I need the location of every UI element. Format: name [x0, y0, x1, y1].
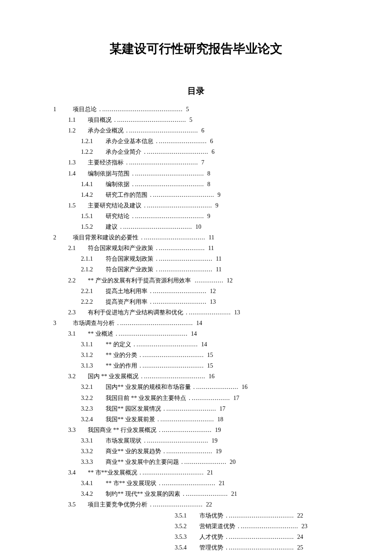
toc-entry-title: 项目背景和建设的必要性	[73, 234, 138, 241]
toc-leader-dots: ...............	[195, 277, 224, 284]
toc-entry-page: 9	[206, 213, 210, 219]
toc-leader-dots: ....................	[192, 395, 230, 401]
toc-leader-dots: ..........................	[153, 501, 203, 508]
toc-entry: 2项目背景和建设的必要性. ..........................…	[53, 233, 358, 242]
toc-entry: 3.5.4管理优势. .............................…	[175, 543, 358, 552]
toc-leader-dots: ................................	[144, 373, 205, 380]
toc-entry-number: 3.1.3	[81, 361, 101, 371]
toc-entry-title: 研究工作的范围	[106, 192, 147, 198]
toc-leader-dots: ..........................	[162, 427, 212, 433]
toc-entry-number: 3.2.3	[81, 404, 101, 414]
toc-entry-number: 3.4	[68, 468, 84, 477]
toc-entry: 1.1项目概况. ...............................…	[68, 115, 358, 125]
toc-entry-page: 15	[206, 352, 213, 358]
toc-leader-dots: ..................................	[229, 544, 294, 551]
toc-entry: 2.1.2符合国家产业政策. .........................…	[81, 265, 358, 274]
toc-leader-dots: ....................................	[123, 224, 192, 230]
toc-leader-dots: ....................................	[129, 127, 198, 134]
toc-entry-number: 3.5.1	[175, 511, 195, 520]
toc-entry-number: 3.2.2	[81, 393, 101, 403]
toc-entry-number: 3.3.1	[81, 436, 101, 446]
toc-entry: 3.2.2我国目前 ** 业发展的主要特点. .................…	[81, 393, 358, 403]
toc-entry-title: 我国商业 ** 行业发展概况	[88, 427, 156, 433]
toc-entry-title: 人才优势	[199, 534, 223, 540]
toc-leader-dots: ......................	[184, 459, 227, 465]
toc-entry: 3.3我国商业 ** 行业发展概况. .....................…	[68, 425, 358, 435]
toc-leader-dots: .........................	[159, 138, 207, 144]
toc-entry-page: 9	[216, 192, 221, 198]
toc-entry-title: ** 业的作用	[106, 362, 137, 369]
toc-entry: 3.3.2商业** 业的发展趋势. ......................…	[81, 446, 358, 456]
toc-entry-title: 编制依据	[106, 181, 130, 187]
toc-entry-title: 主要研究结论及建议	[88, 202, 141, 209]
toc-entry-page: 22	[296, 512, 303, 519]
toc-entry-number: 2.1.1	[81, 254, 101, 264]
toc-entry-number: 3.3.2	[81, 446, 101, 456]
toc-entry: 3.4.1** 市** 业发展现状. .....................…	[81, 478, 358, 488]
toc-entry-page: 6	[200, 127, 205, 134]
toc-entry-title: ** 业概述	[88, 331, 113, 337]
toc-entry-number: 1	[53, 104, 69, 114]
table-of-contents: 1项目总论. .................................…	[34, 104, 358, 552]
toc-entry-number: 3.5	[68, 500, 84, 509]
toc-entry-number: 3.4.1	[81, 478, 101, 488]
toc-entry-number: 2.1.2	[81, 265, 101, 274]
toc-entry-page: 21	[217, 480, 225, 486]
toc-entry-number: 1.4.2	[81, 190, 101, 200]
document-title: 某建设可行性研究报告毕业论文	[34, 40, 358, 58]
toc-entry-title: 符合国家规划政策	[106, 256, 153, 262]
toc-entry-number: 1.5	[68, 201, 84, 210]
toc-leader-dots: ................................	[137, 341, 198, 348]
toc-entry-page: 19	[214, 448, 222, 454]
toc-entry-number: 3.2.1	[81, 382, 101, 392]
toc-entry-number: 3.3	[68, 425, 84, 435]
toc-entry-page: 19	[213, 427, 221, 433]
toc-leader-dots: ....................................	[135, 170, 204, 177]
toc-entry-page: 20	[228, 459, 236, 465]
toc-entry: 3.5.1市场优势. .............................…	[175, 511, 358, 520]
toc-leader-dots: ......................	[189, 309, 231, 316]
toc-entry: 3.1.3** 业的作用. ..........................…	[81, 361, 358, 371]
toc-leader-dots: ............................	[162, 480, 216, 486]
toc-entry-number: 3.2.4	[81, 414, 101, 424]
toc-entry-title: 承办企业简介	[106, 149, 141, 155]
toc-entry-page: 10	[194, 224, 202, 230]
toc-leader-dots: ....................................	[117, 117, 186, 123]
toc-entry-number: 3.1.2	[81, 350, 101, 360]
toc-entry-page: 11	[207, 245, 214, 251]
toc-entry: 2.3有利于促进地方产业结构调整和优化. ...................…	[68, 308, 358, 317]
toc-entry-number: 3.2	[68, 371, 84, 381]
toc-entry: 1.2.2承办企业简介. ...........................…	[81, 147, 358, 157]
toc-entry: 1项目总论. .................................…	[53, 104, 358, 114]
toc-entry: 3.2.1国内** 业发展的规模和市场容量. .................…	[81, 382, 358, 392]
toc-entry-page: 11	[214, 266, 222, 273]
toc-entry-page: 14	[200, 341, 208, 348]
toc-leader-dots: ..................................	[229, 512, 294, 519]
toc-entry: 3.1.1** 的定义. ...........................…	[81, 339, 358, 349]
toc-entry-title: 制约** 现代** 业发展的因素	[106, 491, 180, 497]
toc-entry-page: 18	[216, 416, 224, 423]
toc-entry-title: 市场优势	[199, 512, 223, 519]
toc-leader-dots: ..................................	[229, 534, 294, 540]
toc-entry: 2.2.1提高土地利用率. ..........................…	[81, 286, 358, 296]
toc-entry-title: ** 市** 业发展现状	[106, 480, 156, 486]
toc-entry: 3.4** 市**业发展概况. ........................…	[68, 468, 358, 477]
toc-entry-number: 3.1	[68, 329, 84, 339]
toc-entry-title: ** 产业的发展有利于提高资源利用效率	[88, 277, 191, 284]
toc-entry-title: 项目总论	[73, 106, 97, 112]
toc-entry: 1.2承办企业概况. .............................…	[68, 126, 358, 135]
toc-entry: 2.1符合国家规划和产业政策. ........................…	[68, 243, 358, 253]
toc-entry-number: 2.2.1	[81, 286, 101, 296]
toc-entry-title: 提高资产利用率	[106, 299, 147, 305]
toc-entry-page: 24	[296, 534, 303, 540]
toc-entry-number: 1.3	[68, 158, 84, 167]
toc-leader-dots: ................................	[143, 352, 204, 358]
toc-entry-page: 8	[206, 181, 210, 187]
toc-entry-number: 1.2.1	[81, 136, 101, 146]
toc-entry-title: 符合国家产业政策	[106, 266, 153, 273]
toc-entry-number: 1.2	[68, 126, 84, 135]
toc-leader-dots: ............................	[159, 266, 213, 273]
toc-entry: 3.3.1市场发展现状. ...........................…	[81, 436, 358, 446]
toc-entry-number: 3.4.2	[81, 489, 101, 499]
toc-entry: 3.5项目主要竞争优势分析. .........................…	[68, 500, 358, 509]
